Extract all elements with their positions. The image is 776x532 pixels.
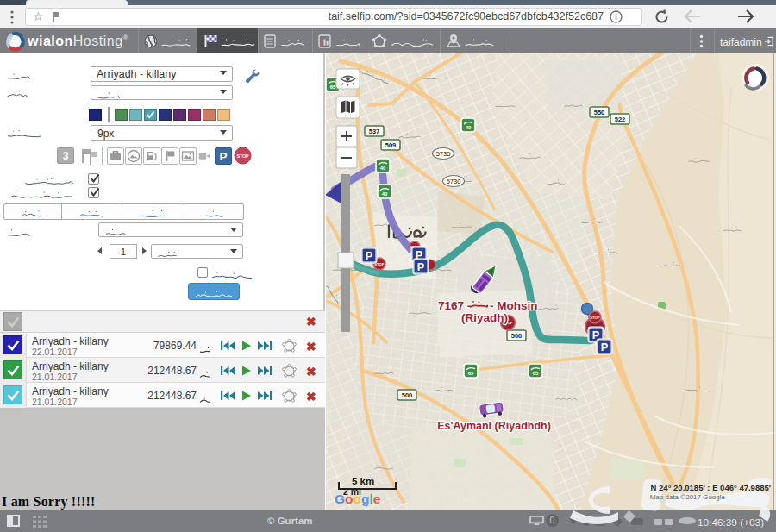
svg-text:Google: Google bbox=[335, 491, 381, 506]
svg-text:N 24° 20.0185' : E 046° 47.988: N 24° 20.0185' : E 046° 47.9885' bbox=[651, 483, 771, 492]
svg-text:STOP: STOP bbox=[236, 153, 249, 159]
svg-text:500: 500 bbox=[402, 391, 413, 399]
svg-text:P: P bbox=[417, 260, 425, 273]
svg-text:P: P bbox=[219, 150, 227, 163]
svg-text:5735: 5735 bbox=[436, 150, 451, 158]
svg-text:500: 500 bbox=[511, 332, 523, 340]
svg-text:40: 40 bbox=[380, 166, 386, 171]
svg-text:65: 65 bbox=[330, 84, 336, 90]
svg-text:Es'Aymanl (Riyadhdh): Es'Aymanl (Riyadhdh) bbox=[437, 420, 551, 432]
svg-text:522: 522 bbox=[615, 116, 626, 123]
svg-text:- Mohsin: - Mohsin bbox=[490, 299, 538, 312]
svg-text:Map data ©2017 Google: Map data ©2017 Google bbox=[650, 493, 726, 501]
svg-text:5730: 5730 bbox=[447, 178, 461, 185]
svg-text:STOP: STOP bbox=[590, 316, 600, 320]
svg-text:65: 65 bbox=[468, 371, 474, 376]
svg-text:65: 65 bbox=[533, 371, 539, 376]
svg-text:P: P bbox=[601, 341, 609, 354]
svg-text:(Riyadh): (Riyadh) bbox=[461, 311, 508, 324]
svg-text:5 km: 5 km bbox=[352, 476, 374, 486]
svg-text:7167 -: 7167 - bbox=[438, 299, 471, 312]
svg-text:537: 537 bbox=[369, 128, 380, 135]
svg-text:509: 509 bbox=[385, 141, 397, 149]
svg-text:550: 550 bbox=[594, 109, 605, 116]
svg-text:40: 40 bbox=[382, 191, 388, 197]
svg-text:P: P bbox=[366, 249, 373, 262]
svg-text:40: 40 bbox=[466, 125, 472, 130]
